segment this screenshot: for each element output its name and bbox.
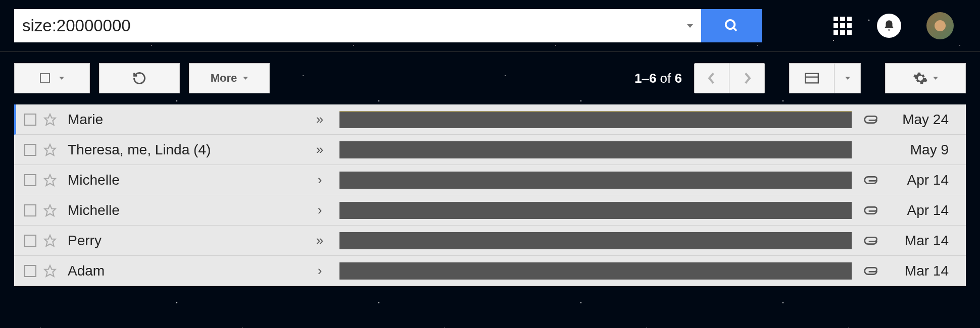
attachment-icon [863,235,879,247]
star-icon [43,264,57,278]
more-label: More [211,72,237,85]
email-row[interactable]: Theresa, me, Linda (4)»May 9 [14,135,966,165]
pagination-text: 1–6 of 6 [634,71,682,86]
row-checkbox[interactable] [24,204,36,216]
star-button[interactable] [42,173,58,188]
row-checkbox[interactable] [24,114,36,126]
row-subject-redacted [339,262,852,280]
star-icon [43,234,57,247]
star-button[interactable] [42,203,58,218]
split-pane-button[interactable] [789,63,835,93]
attachment-icon [863,174,879,186]
caret-down-icon [845,77,850,80]
star-button[interactable] [42,233,58,248]
row-subject-redacted [339,111,852,128]
row-checkbox[interactable] [24,265,36,277]
row-date: Mar 14 [884,263,960,279]
header-right [834,12,966,39]
caret-down-icon [59,77,64,80]
svg-line-1 [733,28,737,31]
checkbox-icon [40,73,50,83]
row-sender: Michelle [65,172,307,188]
page-next-button[interactable] [729,63,765,93]
notifications-button[interactable] [877,14,901,38]
row-attachment [859,204,884,216]
row-subject-redacted [339,232,852,249]
more-button[interactable]: More [189,63,270,93]
row-date: Mar 14 [884,233,960,249]
svg-marker-8 [44,235,56,246]
row-marker: » [307,112,332,127]
select-all-button[interactable] [14,63,90,93]
svg-marker-9 [44,265,56,277]
row-sender: Adam [65,263,307,279]
search-options-dropdown[interactable] [679,9,701,42]
gear-icon [913,71,928,86]
row-marker: › [307,172,332,188]
row-sender: Michelle [65,202,307,218]
page-nav-buttons [694,63,765,93]
caret-down-icon [933,77,938,80]
row-date: May 9 [884,142,960,158]
attachment-icon [863,265,879,277]
star-button[interactable] [42,112,58,127]
email-row[interactable]: Perry»Mar 14 [14,226,966,256]
row-marker: › [307,202,332,218]
svg-marker-5 [44,144,56,155]
svg-marker-7 [44,205,56,216]
row-sender: Theresa, me, Linda (4) [65,142,307,158]
email-row[interactable]: Marie»May 24 [14,104,966,135]
split-pane-dropdown[interactable] [835,63,861,93]
row-marker: » [307,233,332,248]
row-attachment [859,235,884,247]
header [0,0,980,52]
caret-down-icon [243,77,248,80]
attachment-icon [863,204,879,216]
star-button[interactable] [42,263,58,279]
search-input[interactable] [14,9,679,42]
search-button[interactable] [701,9,762,42]
row-checkbox[interactable] [24,235,36,247]
caret-down-icon [687,24,693,28]
attachment-icon [863,114,879,126]
star-button[interactable] [42,142,58,157]
refresh-icon [132,71,146,85]
avatar[interactable] [926,12,954,39]
settings-button[interactable] [885,63,966,93]
email-list: Marie»May 24Theresa, me, Linda (4)»May 9… [14,104,966,286]
email-row[interactable]: Michelle›Apr 14 [14,195,966,226]
split-pane-toggle [789,63,861,93]
row-date: Apr 14 [884,172,960,188]
page-of-label: of [660,71,671,86]
row-checkbox[interactable] [24,174,36,186]
row-sender: Perry [65,233,307,249]
row-sender: Marie [65,112,307,128]
row-attachment [859,114,884,126]
svg-rect-2 [805,74,818,83]
star-icon [43,174,57,187]
svg-marker-6 [44,175,56,186]
refresh-button[interactable] [99,63,180,93]
row-subject-redacted [339,141,852,158]
page-range-end: 6 [649,71,656,86]
row-attachment [859,265,884,277]
row-marker: › [307,263,332,279]
split-pane-icon [805,73,819,84]
toolbar: More 1–6 of 6 [0,52,980,104]
svg-marker-4 [44,114,56,125]
row-subject-redacted [339,172,852,189]
apps-icon[interactable] [834,17,852,35]
star-icon [43,143,57,156]
row-subject-redacted [339,202,852,219]
row-date: May 24 [884,112,960,128]
page-total: 6 [675,71,682,86]
email-row[interactable]: Adam›Mar 14 [14,256,966,286]
row-checkbox[interactable] [24,144,36,156]
page-prev-button[interactable] [694,63,729,93]
svg-point-0 [726,20,735,29]
email-row[interactable]: Michelle›Apr 14 [14,165,966,195]
search-wrapper [14,9,762,42]
chevron-right-icon [743,72,752,85]
pagination: 1–6 of 6 [634,63,966,93]
page-range-start: 1 [634,71,642,86]
